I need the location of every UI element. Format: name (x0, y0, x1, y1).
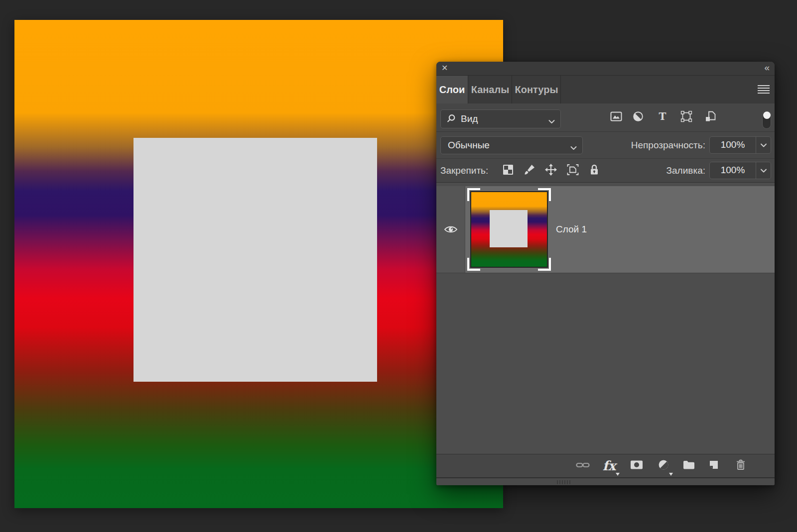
layers-list: Слой 1 (436, 182, 775, 454)
eye-icon[interactable] (444, 225, 458, 234)
layer-thumbnail[interactable] (470, 191, 548, 268)
shape-layer-filter-icon[interactable] (681, 111, 692, 124)
search-icon (446, 114, 456, 125)
filter-kind-value: Вид (461, 110, 478, 127)
panel-titlebar: ✕ « (436, 62, 775, 75)
opacity-input[interactable]: 100% (709, 136, 771, 154)
pixel-layer-filter-icon[interactable] (610, 111, 622, 123)
new-layer-icon[interactable] (709, 460, 719, 472)
fill-label: Заливка: (666, 159, 705, 182)
tab-layers[interactable]: Слои (436, 76, 468, 104)
layer-group-icon[interactable] (683, 460, 695, 472)
panel-menu-icon[interactable] (758, 85, 770, 94)
type-layer-filter-icon[interactable]: T (658, 111, 667, 124)
canvas-white-square (133, 138, 377, 382)
link-layers-icon[interactable] (576, 461, 590, 470)
blend-row: Обычные Непрозрачность: 100% (436, 131, 775, 158)
chevron-down-icon (570, 143, 577, 152)
fill-dropdown-button[interactable] (756, 162, 771, 179)
opacity-value[interactable]: 100% (710, 137, 756, 153)
photoshop-workspace: { "colors": { "workspace_bg": "#282828",… (0, 0, 797, 532)
layers-panel: ✕ « Слои Каналы Контуры Вид T (436, 62, 775, 485)
filter-kind-dropdown[interactable]: Вид (440, 109, 561, 128)
lock-transparency-icon[interactable] (503, 164, 514, 177)
layer-row[interactable]: Слой 1 (436, 186, 775, 273)
layer-effects-menu-arrow (616, 473, 620, 476)
thumbnail-white-square (490, 210, 528, 247)
lock-label: Закрепить: (440, 159, 488, 182)
tab-paths[interactable]: Контуры (513, 76, 561, 104)
smart-object-filter-icon[interactable] (705, 111, 716, 124)
filter-toggle[interactable] (762, 110, 771, 129)
layer-mask-icon[interactable] (631, 460, 643, 471)
layer-thumbnail-selection (467, 188, 551, 271)
adjustment-layer-icon[interactable] (659, 460, 669, 472)
close-icon[interactable]: ✕ (441, 63, 448, 73)
lock-position-icon[interactable] (544, 163, 557, 178)
blend-mode-value: Обычные (448, 137, 490, 153)
opacity-label: Непрозрачность: (631, 132, 705, 158)
svg-text:T: T (659, 111, 666, 122)
canvas-image[interactable] (14, 20, 503, 508)
opacity-dropdown-button[interactable] (756, 137, 771, 153)
tab-channels[interactable]: Каналы (469, 76, 512, 104)
lock-row: Закрепить: Заливка: 100% (436, 158, 775, 182)
resize-grip[interactable] (557, 480, 572, 484)
chevron-down-icon (548, 117, 555, 126)
filter-row: Вид T (436, 104, 775, 131)
layer-effects-icon[interactable]: fx (603, 459, 616, 472)
panel-toolbar: fx (436, 454, 775, 477)
lock-all-icon[interactable] (590, 164, 599, 177)
collapse-panel-icon[interactable]: « (764, 62, 769, 73)
panel-statusbar (436, 477, 775, 485)
delete-layer-icon[interactable] (736, 459, 746, 472)
panel-tabbar: Слои Каналы Контуры (436, 75, 775, 104)
layer-name[interactable]: Слой 1 (556, 186, 587, 273)
lock-artboard-icon[interactable] (567, 164, 579, 178)
lock-pixels-icon[interactable] (524, 164, 535, 178)
visibility-column (436, 186, 465, 273)
fill-input[interactable]: 100% (709, 162, 771, 179)
blend-mode-select[interactable]: Обычные (440, 136, 583, 154)
fill-value[interactable]: 100% (710, 162, 756, 178)
adjustment-layer-filter-icon[interactable] (633, 111, 644, 124)
adjustment-menu-arrow (669, 473, 673, 476)
